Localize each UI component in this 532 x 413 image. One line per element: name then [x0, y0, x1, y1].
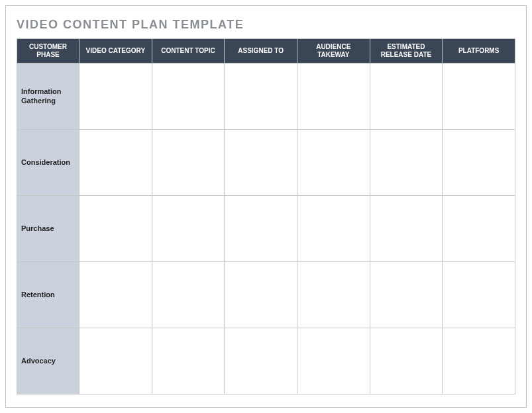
cell-assigned-to[interactable]	[225, 64, 297, 130]
table-row: Consideration	[17, 130, 515, 196]
col-header-release-date: ESTIMATED RELEASE DATE	[370, 39, 443, 64]
table-body: Information Gathering Consideration Purc…	[17, 64, 515, 394]
page-title: VIDEO CONTENT PLAN TEMPLATE	[17, 18, 515, 32]
phase-cell: Purchase	[17, 196, 80, 262]
table-row: Retention	[17, 262, 515, 328]
cell-video-category[interactable]	[80, 328, 152, 394]
cell-audience-takeaway[interactable]	[297, 196, 370, 262]
cell-assigned-to[interactable]	[225, 196, 297, 262]
cell-video-category[interactable]	[80, 262, 152, 328]
cell-platforms[interactable]	[443, 130, 515, 196]
col-header-content-topic: CONTENT TOPIC	[152, 39, 225, 64]
plan-table: CUSTOMER PHASE VIDEO CATEGORY CONTENT TO…	[17, 38, 515, 394]
cell-assigned-to[interactable]	[225, 262, 297, 328]
cell-release-date[interactable]	[370, 64, 443, 130]
cell-platforms[interactable]	[443, 64, 515, 130]
cell-release-date[interactable]	[370, 262, 443, 328]
cell-content-topic[interactable]	[152, 262, 225, 328]
cell-content-topic[interactable]	[152, 64, 225, 130]
table-row: Advocacy	[17, 328, 515, 394]
cell-audience-takeaway[interactable]	[297, 262, 370, 328]
cell-audience-takeaway[interactable]	[297, 130, 370, 196]
cell-content-topic[interactable]	[152, 130, 225, 196]
cell-platforms[interactable]	[443, 328, 515, 394]
cell-platforms[interactable]	[443, 196, 515, 262]
col-header-video-category: VIDEO CATEGORY	[80, 39, 152, 64]
cell-audience-takeaway[interactable]	[297, 64, 370, 130]
col-header-audience-takeaway: AUDIENCE TAKEWAY	[297, 39, 370, 64]
table-row: Purchase	[17, 196, 515, 262]
col-header-platforms: PLATFORMS	[443, 39, 515, 64]
cell-release-date[interactable]	[370, 328, 443, 394]
cell-video-category[interactable]	[80, 130, 152, 196]
cell-content-topic[interactable]	[152, 328, 225, 394]
cell-video-category[interactable]	[80, 196, 152, 262]
cell-audience-takeaway[interactable]	[297, 328, 370, 394]
cell-release-date[interactable]	[370, 196, 443, 262]
table-row: Information Gathering	[17, 64, 515, 130]
col-header-assigned-to: ASSIGNED TO	[225, 39, 297, 64]
col-header-customer-phase: CUSTOMER PHASE	[17, 39, 80, 64]
cell-assigned-to[interactable]	[225, 130, 297, 196]
phase-cell: Information Gathering	[17, 64, 80, 130]
table-header: CUSTOMER PHASE VIDEO CATEGORY CONTENT TO…	[17, 39, 515, 64]
cell-release-date[interactable]	[370, 130, 443, 196]
cell-content-topic[interactable]	[152, 196, 225, 262]
phase-cell: Advocacy	[17, 328, 80, 394]
cell-video-category[interactable]	[80, 64, 152, 130]
document-frame: VIDEO CONTENT PLAN TEMPLATE CUSTOMER PHA…	[5, 5, 527, 408]
phase-cell: Consideration	[17, 130, 80, 196]
cell-assigned-to[interactable]	[225, 328, 297, 394]
cell-platforms[interactable]	[443, 262, 515, 328]
phase-cell: Retention	[17, 262, 80, 328]
